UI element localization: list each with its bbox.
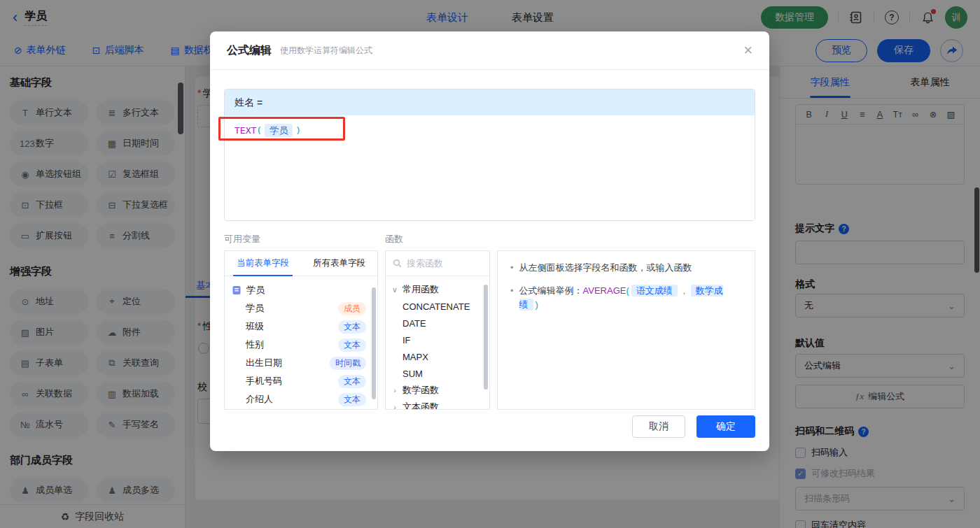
tab-current-form-fields[interactable]: 当前表单字段 xyxy=(225,251,301,276)
formula-input-area[interactable]: TEXT(学员) xyxy=(225,115,755,220)
paren-token: ( xyxy=(256,125,262,136)
help-bullet: • 从左侧面板选择字段名和函数，或输入函数 xyxy=(510,261,742,275)
function-search-input[interactable]: 搜索函数 xyxy=(386,251,489,276)
scrollbar-thumb[interactable] xyxy=(484,285,488,390)
function-label: 文本函数 xyxy=(402,401,439,410)
chevron-right-icon: › xyxy=(391,403,398,410)
function-label: 常用函数 xyxy=(402,283,439,296)
chevron-down-icon: ∨ xyxy=(391,285,398,294)
functions-label: 函数 xyxy=(385,233,403,245)
variable-type-badge: 文本 xyxy=(338,338,366,352)
function-group[interactable]: ›文本函数 xyxy=(386,399,489,410)
variable-name: 出生日期 xyxy=(246,357,282,369)
help-example: • 公式编辑举例：AVERAGE(语文成绩，数学成绩) xyxy=(510,284,742,312)
search-icon xyxy=(393,259,402,268)
variable-name: 手机号码 xyxy=(246,375,282,387)
variables-panel: 当前表单字段 所有表单字段 学员 学员成员班级文本性别文本出生日期时间戳手机号码… xyxy=(224,250,378,410)
function-item[interactable]: IF xyxy=(386,331,489,348)
formula-editor[interactable]: 姓名 = TEXT(学员) xyxy=(224,89,755,221)
formula-edit-modal: 公式编辑 使用数学运算符编辑公式 × 姓名 = TEXT(学员) 可用变量 函数… xyxy=(210,31,769,451)
function-group[interactable]: ›数学函数 xyxy=(386,382,489,399)
variable-name: 学员 xyxy=(246,302,264,315)
scrollbar-thumb[interactable] xyxy=(372,287,376,399)
function-label: CONCATENATE xyxy=(402,301,470,312)
variable-row[interactable]: 出生日期时间戳 xyxy=(225,354,377,372)
modal-title: 公式编辑 xyxy=(227,43,272,58)
variables-label: 可用变量 xyxy=(224,233,385,245)
variable-row[interactable]: 介绍人文本 xyxy=(225,390,377,408)
variable-name: 性别 xyxy=(246,338,264,351)
confirm-button[interactable]: 确定 xyxy=(696,415,755,438)
function-item[interactable]: SUM xyxy=(386,365,489,382)
paren-token: ) xyxy=(295,125,301,136)
function-group[interactable]: ∨常用函数 xyxy=(386,281,489,298)
function-item[interactable]: CONCATENATE xyxy=(386,298,489,315)
variable-name: 介绍人 xyxy=(246,393,273,406)
variable-name: 班级 xyxy=(246,320,264,333)
function-label: MAPX xyxy=(402,352,428,362)
variable-tree-root[interactable]: 学员 xyxy=(225,281,377,299)
variable-type-badge: 文本 xyxy=(338,320,366,334)
variable-row[interactable]: 性别文本 xyxy=(225,336,377,354)
help-panel: • 从左侧面板选择字段名和函数，或输入函数 • 公式编辑举例：AVERAGE(语… xyxy=(497,250,755,410)
function-item[interactable]: MAPX xyxy=(386,348,489,365)
variable-row[interactable]: 班级文本 xyxy=(225,317,377,336)
variable-row[interactable]: 手机号码文本 xyxy=(225,372,377,390)
cancel-button[interactable]: 取消 xyxy=(632,415,685,438)
formula-target-row: 姓名 = xyxy=(225,90,755,115)
variable-type-badge: 文本 xyxy=(338,393,366,406)
function-label: 数学函数 xyxy=(402,384,439,397)
form-doc-icon xyxy=(232,285,241,295)
variable-row[interactable]: 学员成员 xyxy=(225,299,377,317)
variable-type-badge: 文本 xyxy=(338,375,366,388)
function-item[interactable]: DATE xyxy=(386,315,489,331)
variable-type-badge: 时间戳 xyxy=(330,357,366,370)
tab-all-form-fields[interactable]: 所有表单字段 xyxy=(301,251,377,276)
variable-type-badge: 成员 xyxy=(338,302,366,315)
formula-function-token: TEXT xyxy=(234,125,256,136)
function-label: IF xyxy=(402,335,411,345)
function-label: SUM xyxy=(402,369,423,379)
function-label: DATE xyxy=(402,318,426,329)
modal-subtitle: 使用数学运算符编辑公式 xyxy=(280,45,372,57)
chevron-right-icon: › xyxy=(391,386,398,394)
close-icon[interactable]: × xyxy=(743,43,752,58)
formula-field-token[interactable]: 学员 xyxy=(265,124,293,137)
functions-panel: 搜索函数 ∨常用函数CONCATENATEDATEIFMAPXSUM›数学函数›… xyxy=(385,250,490,410)
